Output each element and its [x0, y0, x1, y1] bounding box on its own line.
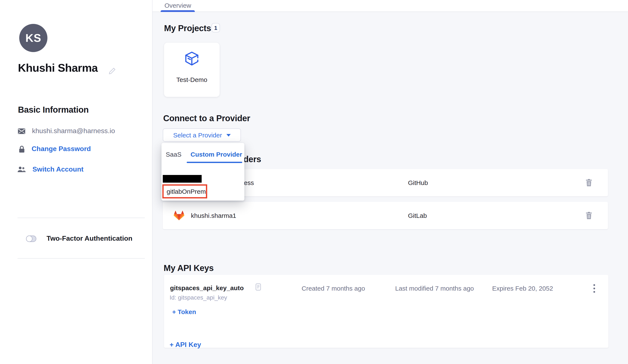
provider-row: khushi.sharma1 GitLab: [163, 202, 608, 229]
project-name: Test-Demo: [176, 76, 207, 83]
delete-provider-trash-icon[interactable]: [586, 212, 592, 219]
change-password-row: Change Password: [19, 145, 91, 153]
provider-dropdown-menu: SaaS Custom Provider gitlabOnPrem: [161, 143, 244, 201]
provider-type: GitLab: [408, 212, 427, 219]
provider-account-name: khushi.sharma1: [191, 212, 236, 219]
select-provider-label: Select a Provider: [173, 131, 222, 139]
delete-provider-trash-icon[interactable]: [586, 179, 592, 186]
api-key-row: gitspaces_api_key_auto Id: gitspaces_api…: [164, 275, 608, 348]
project-card[interactable]: Test-Demo: [164, 43, 220, 97]
package-cube-icon: [183, 50, 201, 70]
tab-bar: Overview: [152, 0, 628, 12]
kebab-menu-icon[interactable]: [593, 283, 596, 294]
api-key-expires: Expires Feb 20, 2052: [492, 285, 553, 292]
profile-page: Overview My Projects 1 Test-Demo Connect…: [0, 0, 628, 364]
dropdown-option-gitlabonprem[interactable]: gitlabOnPrem: [164, 188, 206, 195]
add-token-button[interactable]: + Token: [172, 308, 196, 315]
api-key-modified: Last modified 7 months ago: [395, 285, 474, 292]
change-password-link[interactable]: Change Password: [32, 145, 91, 153]
projects-count-badge: 1: [212, 23, 220, 32]
tab-overview[interactable]: Overview: [164, 2, 191, 9]
provider-account-name: ess: [244, 179, 254, 186]
profile-sidebar: KS Khushi Sharma Basic Information khush…: [0, 0, 153, 364]
lock-icon: [19, 145, 25, 153]
avatar: KS: [19, 24, 47, 52]
gitlab-logo-icon: [173, 210, 185, 221]
edit-name-pencil-icon[interactable]: [108, 67, 116, 76]
email-icon: [18, 128, 25, 134]
divider: [17, 218, 145, 218]
api-key-id: Id: gitspaces_api_key: [170, 294, 227, 301]
main-content: My Projects 1 Test-Demo Connect to a Pro…: [152, 12, 628, 364]
api-key-name: gitspaces_api_key_auto: [170, 284, 244, 292]
add-api-key-button[interactable]: + API Key: [170, 341, 201, 349]
annotation-highlight-box: gitlabOnPrem: [162, 184, 207, 198]
copy-icon[interactable]: [255, 283, 261, 291]
my-api-keys-title: My API Keys: [164, 263, 214, 273]
dropdown-active-tab-underline: [187, 162, 242, 163]
api-key-created: Created 7 months ago: [302, 285, 365, 292]
user-name: Khushi Sharma: [18, 61, 98, 75]
switch-account-link[interactable]: Switch Account: [32, 166, 83, 173]
divider: [17, 258, 145, 259]
switch-account-row: Switch Account: [17, 166, 83, 173]
user-email: khushi.sharma@harness.io: [32, 127, 115, 135]
switch-account-icon: [17, 166, 26, 172]
redacted-provider-option[interactable]: [163, 175, 202, 183]
basic-information-title: Basic Information: [18, 105, 89, 115]
dropdown-tab-saas[interactable]: SaaS: [166, 151, 181, 158]
two-factor-toggle[interactable]: [26, 236, 36, 242]
two-factor-label: Two-Factor Authentication: [47, 235, 132, 243]
connect-provider-title: Connect to a Provider: [163, 114, 250, 123]
email-row: khushi.sharma@harness.io: [18, 127, 115, 135]
chevron-down-icon: [226, 134, 231, 136]
my-projects-title: My Projects: [164, 23, 211, 33]
provider-type: GitHub: [408, 179, 428, 186]
select-provider-button[interactable]: Select a Provider: [163, 128, 241, 142]
dropdown-tab-custom-provider[interactable]: Custom Provider: [191, 151, 242, 158]
toggle-knob: [26, 235, 32, 242]
